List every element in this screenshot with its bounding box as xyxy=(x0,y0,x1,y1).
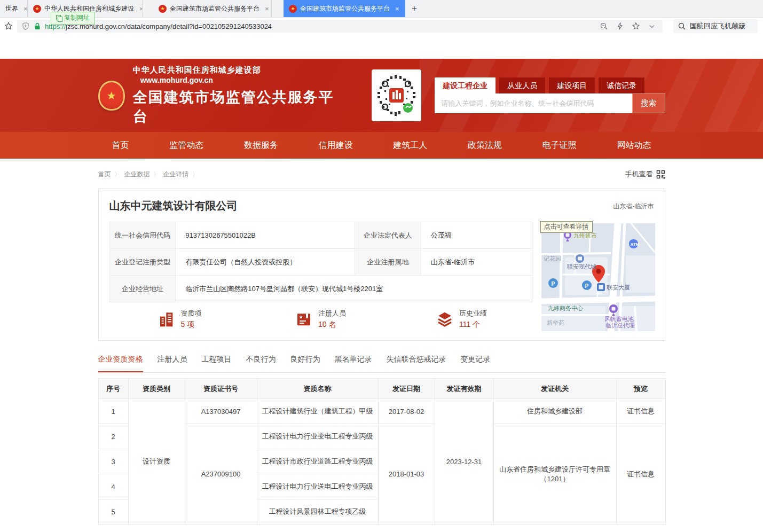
browser-hot-search-box[interactable]: 国航回应飞机颠簸 xyxy=(673,19,758,33)
cell-qualification-name: 工程设计建筑行业（建筑工程）甲级 xyxy=(257,399,378,424)
tab-title: 全国建筑市场监管公共服务平台 xyxy=(170,4,259,13)
tab-dishonesty[interactable]: 失信联合惩戒记录 xyxy=(387,355,446,372)
certificate-book-icon xyxy=(295,311,312,328)
company-location-map[interactable]: 点击可查看详情 xyxy=(541,223,655,331)
nav-workers[interactable]: 建筑工人 xyxy=(393,140,427,151)
company-info-table: 统一社会信用代码 91371302675501022B 企业法定代表人 公茂福 … xyxy=(109,222,532,302)
tab-close-icon[interactable]: × xyxy=(23,5,28,13)
nav-policy[interactable]: 政策法规 xyxy=(468,140,502,151)
bookmark-star-icon[interactable] xyxy=(4,22,13,30)
map-tooltip: 点击可查看详情 xyxy=(540,221,593,233)
business-address-value: 临沂市兰山区陶然路107号星河晶都（联安）现代城1号楼2201室 xyxy=(176,276,532,302)
shield-permission-icon[interactable] xyxy=(21,22,30,30)
search-tab-credit[interactable]: 诚信记录 xyxy=(599,77,644,93)
tab-title: 全国建筑市场监管公共服务平台 xyxy=(300,4,390,13)
map-label-lianan-tower: 联安大厦 xyxy=(607,284,630,291)
col-category: 资质类别 xyxy=(128,379,185,399)
ministry-site: www.mohurd.gov.cn xyxy=(140,76,213,84)
tab-projects[interactable]: 工程项目 xyxy=(202,355,232,372)
breadcrumb-company-data[interactable]: 企业数据 xyxy=(124,170,150,179)
nav-data-service[interactable]: 数据服务 xyxy=(244,140,278,151)
cell-category: 设计资质 xyxy=(128,399,185,525)
tab-bad-behavior[interactable]: 不良行为 xyxy=(246,355,276,372)
search-button[interactable]: 搜索 xyxy=(632,93,665,113)
tab-qualifications[interactable]: 企业资质资格 xyxy=(98,355,143,372)
lightning-extension-icon[interactable] xyxy=(616,22,624,30)
stat-registered-personnel[interactable]: 注册人员 10 名 xyxy=(250,309,391,330)
nav-credit[interactable]: 信用建设 xyxy=(319,140,353,151)
browser-tab-partial[interactable]: 世界 × xyxy=(0,0,28,17)
map-label-battery: 风帆蓄电池 xyxy=(604,316,634,322)
map-label-xinhua: 新华苑 xyxy=(547,319,564,326)
cell-issue-date: 2017-08-02 xyxy=(378,399,435,424)
browser-tab-bar: 世界 × ★ 中华人民共和国住房和城乡建设 × ★ 全国建筑市场监管公共服务平台… xyxy=(0,0,763,18)
company-name: 山东中元建筑设计有限公司 xyxy=(109,199,238,213)
tab-registered-personnel[interactable]: 注册人员 xyxy=(158,355,187,372)
certificate-info-link[interactable]: 证书信息 xyxy=(616,399,665,424)
breadcrumb-company-detail[interactable]: 企业详情 xyxy=(163,170,189,179)
layers-icon xyxy=(436,311,453,328)
info-label: 企业经营地址 xyxy=(109,276,176,302)
cell-seq: 4 xyxy=(98,474,128,499)
cell-valid-until: 2023-12-31 xyxy=(435,399,493,525)
tab-good-behavior[interactable]: 良好行为 xyxy=(290,355,320,372)
cell-authority: 住房和城乡建设部 xyxy=(493,399,616,424)
cell-seq: 1 xyxy=(98,399,128,424)
new-tab-button[interactable]: + xyxy=(405,0,423,17)
search-tab-project[interactable]: 建设项目 xyxy=(549,77,595,93)
col-cert-no: 资质证书号 xyxy=(185,379,257,399)
ministry-name: 中华人民共和国住房和城乡建设部 xyxy=(133,65,261,74)
stat-historical-projects[interactable]: 历史业绩 111 个 xyxy=(391,309,532,330)
cell-qualification-name: 工程设计市政行业道路工程专业丙级 xyxy=(257,449,378,474)
chevron-down-icon[interactable] xyxy=(648,22,656,30)
favorite-star-icon[interactable] xyxy=(632,22,640,30)
browser-tab-jzsc[interactable]: ★ 全国建筑市场监管公共服务平台 × xyxy=(153,0,272,17)
info-label: 企业注册属地 xyxy=(355,249,421,276)
nav-licenses[interactable]: 电子证照 xyxy=(542,140,577,151)
tab-close-icon[interactable]: × xyxy=(139,5,143,13)
site-logo[interactable]: ★ 中华人民共和国住房和城乡建设部 www.mohurd.gov.cn 全国建筑… xyxy=(98,65,341,126)
certificate-info-link[interactable]: 证书信息 xyxy=(616,424,665,525)
zoom-out-icon[interactable] xyxy=(600,22,608,30)
info-label: 企业登记注册类型 xyxy=(109,249,176,276)
qr-code-icon xyxy=(374,73,419,118)
building-icon xyxy=(158,311,175,328)
search-tab-personnel[interactable]: 从业人员 xyxy=(499,77,545,93)
cell-seq: 5 xyxy=(98,499,128,525)
keyword-search-input[interactable] xyxy=(435,93,632,113)
platform-title: 全国建筑市场监管公共服务平台 xyxy=(133,88,341,126)
page-top-gap xyxy=(0,35,763,59)
site-header: ★ 中华人民共和国住房和城乡建设部 www.mohurd.gov.cn 全国建筑… xyxy=(0,59,763,132)
search-icon xyxy=(678,22,686,30)
breadcrumb-home[interactable]: 首页 xyxy=(98,170,111,179)
url-text[interactable]: https://jzsc.mohurd.gov.cn/data/company/… xyxy=(45,22,596,30)
table-row: 企业登记注册类型 有限责任公司（自然人投资或控股） 企业注册属地 山东省-临沂市 xyxy=(109,249,532,276)
tab-change-records[interactable]: 变更记录 xyxy=(461,355,491,372)
url-field[interactable]: https://jzsc.mohurd.gov.cn/data/company/… xyxy=(17,20,663,33)
browser-tab-active[interactable]: ★ 全国建筑市场监管公共服务平台 × xyxy=(284,0,405,17)
stat-qualifications[interactable]: 资质项 5 项 xyxy=(109,309,250,330)
stat-label: 历史业绩 xyxy=(459,309,487,318)
map-label-jiufeng: 九峰商务中心 xyxy=(548,305,583,311)
map-label-garden: 记花园 xyxy=(544,255,561,262)
col-name: 资质名称 xyxy=(257,379,378,399)
legal-person-value: 公茂福 xyxy=(421,222,532,249)
company-region: 山东省-临沂市 xyxy=(613,199,654,211)
nav-home[interactable]: 首页 xyxy=(112,140,129,151)
cell-qualification-name: 工程设计风景园林工程专项乙级 xyxy=(257,499,378,525)
cell-qualification-name: 工程设计电力行业送电工程专业丙级 xyxy=(257,474,378,499)
search-tab-enterprise[interactable]: 建设工程企业 xyxy=(435,77,495,93)
mobile-view-button[interactable]: 手机查看 xyxy=(625,169,665,179)
breadcrumb: 首页 〉 企业数据 〉 企业详情 〉 手机查看 xyxy=(98,169,665,179)
qr-code xyxy=(372,69,421,121)
nav-site-news[interactable]: 网站动态 xyxy=(617,140,651,151)
national-emblem-icon: ★ xyxy=(289,5,297,13)
nav-supervision[interactable]: 监管动态 xyxy=(169,140,203,151)
credit-code-value: 91371302675501022B xyxy=(176,222,355,249)
tab-close-icon[interactable]: × xyxy=(395,5,399,13)
company-stats: 资质项 5 项 注册人员 10 名 xyxy=(109,309,532,330)
tab-close-icon[interactable]: × xyxy=(265,5,269,13)
tab-blacklist[interactable]: 黑名单记录 xyxy=(335,355,372,372)
tab-title: 世界 xyxy=(5,4,18,13)
stat-value: 5 项 xyxy=(181,320,202,330)
